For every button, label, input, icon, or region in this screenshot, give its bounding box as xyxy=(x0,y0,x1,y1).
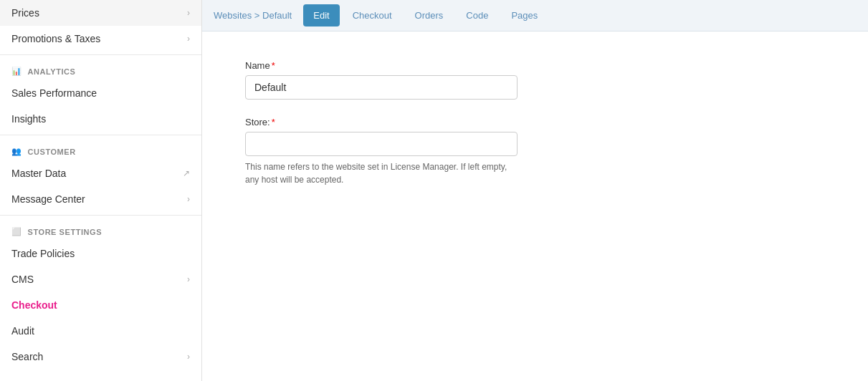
store-help-text: This name refers to the website set in L… xyxy=(245,160,518,186)
sidebar-item-audit[interactable]: Audit xyxy=(0,318,201,344)
name-input[interactable] xyxy=(245,75,518,100)
checkout-label: Checkout xyxy=(11,299,57,311)
sidebar-item-promotions-taxes[interactable]: Promotions & Taxes › xyxy=(0,26,201,52)
message-center-label: Message Center xyxy=(11,193,85,205)
insights-label: Insights xyxy=(11,113,46,125)
tab-orders[interactable]: Orders xyxy=(405,4,454,26)
chevron-icon: › xyxy=(187,352,190,362)
name-required: * xyxy=(272,60,275,71)
breadcrumb: Websites > Default xyxy=(214,10,292,21)
tab-code[interactable]: Code xyxy=(456,4,498,26)
search-label: Search xyxy=(11,351,43,362)
chevron-icon: › xyxy=(187,34,190,44)
tab-checkout[interactable]: Checkout xyxy=(343,4,402,26)
sidebar-item-checkout[interactable]: Checkout xyxy=(0,292,201,318)
trade-policies-label: Trade Policies xyxy=(11,248,75,259)
external-link-icon: ↗ xyxy=(183,168,190,178)
sidebar-item-prices[interactable]: Prices › xyxy=(0,0,201,26)
sidebar-item-search[interactable]: Search › xyxy=(0,344,201,370)
promotions-taxes-label: Promotions & Taxes xyxy=(11,33,100,44)
sidebar-item-message-center[interactable]: Message Center › xyxy=(0,186,201,212)
chevron-icon: › xyxy=(187,8,190,18)
name-label: Name* xyxy=(245,60,518,71)
store-label: Store:* xyxy=(245,117,518,127)
main-content: Websites > Default Edit Checkout Orders … xyxy=(202,0,868,381)
prices-label: Prices xyxy=(11,7,39,19)
sales-performance-label: Sales Performance xyxy=(11,87,97,99)
grid-icon: ⬜ xyxy=(11,227,22,236)
audit-label: Audit xyxy=(11,325,34,337)
people-icon: 👥 xyxy=(11,147,22,156)
name-form-group: Name* xyxy=(245,60,518,100)
tab-edit[interactable]: Edit xyxy=(303,4,339,26)
store-settings-section-header: ⬜ STORE SETTINGS xyxy=(0,218,201,241)
store-form-group: Store:* This name refers to the website … xyxy=(245,117,518,186)
sidebar-item-cms[interactable]: CMS › xyxy=(0,266,201,292)
chart-icon: 📊 xyxy=(11,67,22,76)
cms-label: CMS xyxy=(11,274,34,285)
sidebar-item-trade-policies[interactable]: Trade Policies xyxy=(0,241,201,266)
store-input[interactable] xyxy=(245,132,518,156)
tab-pages[interactable]: Pages xyxy=(501,4,548,26)
sidebar-item-insights[interactable]: Insights xyxy=(0,106,201,132)
analytics-section-header: 📊 ANALYTICS xyxy=(0,58,201,80)
sidebar-item-master-data[interactable]: Master Data ↗ xyxy=(0,160,201,186)
chevron-icon: › xyxy=(187,194,190,204)
store-required: * xyxy=(272,117,275,127)
top-nav: Websites > Default Edit Checkout Orders … xyxy=(202,0,868,32)
sidebar: Prices › Promotions & Taxes › 📊 ANALYTIC… xyxy=(0,0,202,381)
sidebar-item-sales-performance[interactable]: Sales Performance xyxy=(0,80,201,106)
customer-section-header: 👥 CUSTOMER xyxy=(0,138,201,160)
master-data-label: Master Data xyxy=(11,168,66,179)
chevron-icon: › xyxy=(187,274,190,284)
form-area: Name* Store:* This name refers to the we… xyxy=(202,32,868,381)
